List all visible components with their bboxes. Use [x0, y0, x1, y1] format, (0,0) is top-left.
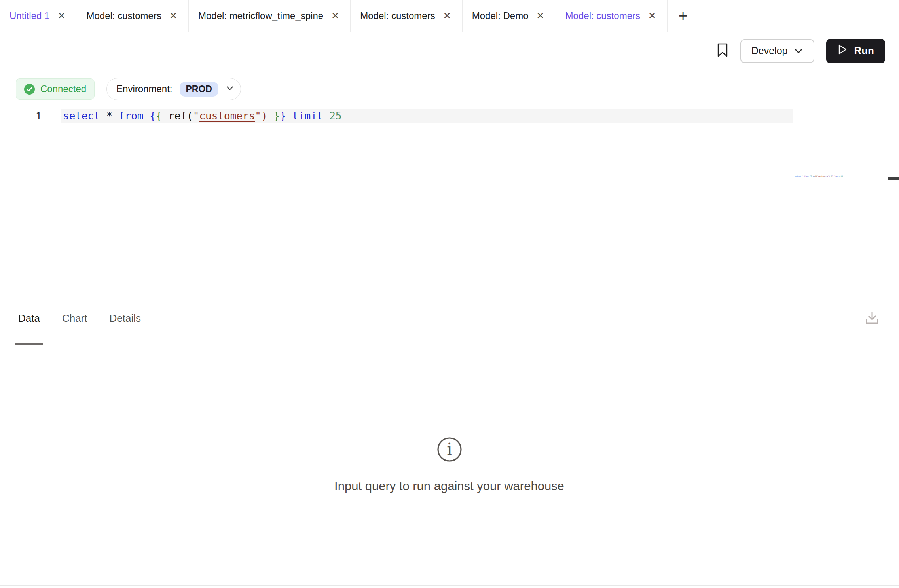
toolbar: Develop Run	[0, 32, 899, 70]
chevron-down-icon	[794, 45, 803, 57]
run-button-label: Run	[854, 45, 874, 57]
code-token: ref(	[813, 175, 817, 177]
code-token: 25	[329, 110, 341, 122]
code-line-1: 1 select * from {{ ref("customers") }} l…	[0, 109, 899, 123]
svg-text:i: i	[447, 440, 452, 459]
chevron-down-icon	[226, 85, 234, 93]
code-token: from	[804, 175, 808, 177]
code-token	[267, 110, 274, 122]
results-tab-bar: DataChartDetails	[0, 292, 899, 344]
line-number-gutter: 1	[0, 109, 61, 123]
code-token[interactable]: customers	[199, 110, 255, 122]
play-icon	[837, 44, 848, 58]
code-token: select	[63, 110, 100, 122]
code-token: 25	[841, 175, 843, 177]
close-icon[interactable]: ✕	[535, 10, 546, 21]
code-token	[100, 110, 106, 122]
code-token	[112, 110, 119, 122]
code-token: "	[255, 110, 261, 122]
editor-tab-label: Untitled 1	[9, 10, 49, 21]
code-token: select	[795, 175, 801, 177]
environment-value-chip: PROD	[180, 82, 218, 97]
connection-status-label: Connected	[40, 83, 86, 95]
develop-button-label: Develop	[751, 45, 788, 57]
new-tab-button[interactable]: +	[668, 0, 698, 32]
editor-tab-label: Model: customers	[87, 10, 161, 21]
editor-tab-label: Model: Demo	[472, 10, 529, 21]
results-tab-details[interactable]: Details	[108, 292, 142, 344]
code-editor: 1 select * from {{ ref("customers") }} l…	[0, 109, 899, 123]
connection-status-badge: Connected	[16, 78, 95, 100]
code-token: from	[119, 110, 144, 122]
editor-scrollbar-thumb[interactable]	[888, 177, 899, 180]
results-tab-data[interactable]: Data	[17, 292, 42, 344]
editor-minimap: select * from {{ ref("customers") }} lim…	[795, 175, 882, 177]
code-token: limit	[292, 110, 323, 122]
editor-status-row: Connected Environment: PROD	[0, 70, 899, 100]
editor-tab-1[interactable]: Model: customers✕	[77, 0, 189, 32]
close-icon[interactable]: ✕	[330, 10, 341, 21]
close-icon[interactable]: ✕	[647, 10, 658, 21]
editor-panel: Connected Environment: PROD 1 select * f…	[0, 70, 899, 292]
results-tab-chart[interactable]: Chart	[61, 292, 89, 344]
download-icon	[863, 309, 881, 328]
editor-tab-0[interactable]: Untitled 1✕	[0, 0, 77, 32]
bookmark-button[interactable]	[717, 43, 728, 59]
check-circle-icon	[24, 84, 35, 95]
editor-tab-3[interactable]: Model: customers✕	[351, 0, 463, 32]
code-token: *	[106, 110, 113, 122]
code-token: }	[273, 110, 280, 122]
code-token: )	[261, 110, 267, 122]
results-panel: i Input query to run against your wareho…	[0, 344, 899, 585]
editor-tab-2[interactable]: Model: metricflow_time_spine✕	[189, 0, 351, 32]
editor-tab-5[interactable]: Model: customers✕	[556, 0, 668, 32]
empty-state-message: Input query to run against your warehous…	[334, 479, 564, 493]
bookmark-icon	[717, 43, 728, 59]
code-token: customers	[818, 175, 828, 177]
bottom-divider	[0, 585, 899, 586]
code-input-line[interactable]: select * from {{ ref("customers") }} lim…	[61, 109, 793, 123]
code-token: limit	[834, 175, 840, 177]
code-token	[162, 110, 168, 122]
environment-label: Environment:	[116, 83, 172, 95]
code-token: "	[193, 110, 199, 122]
close-icon[interactable]: ✕	[56, 10, 67, 21]
develop-button[interactable]: Develop	[740, 39, 815, 63]
editor-tab-bar: Untitled 1✕Model: customers✕Model: metri…	[0, 0, 899, 32]
code-token: ref(	[168, 110, 193, 122]
editor-tab-label: Model: metricflow_time_spine	[198, 10, 323, 21]
code-token: {	[150, 110, 156, 122]
code-token: {	[156, 110, 162, 122]
code-token	[323, 110, 330, 122]
run-button[interactable]: Run	[826, 39, 885, 63]
editor-tab-label: Model: customers	[360, 10, 435, 21]
close-icon[interactable]: ✕	[168, 10, 179, 21]
plus-icon: +	[679, 8, 687, 25]
editor-tab-4[interactable]: Model: Demo✕	[463, 0, 556, 32]
code-token	[286, 110, 292, 122]
code-token: }	[280, 110, 286, 122]
environment-selector[interactable]: Environment: PROD	[106, 78, 241, 100]
editor-tab-label: Model: customers	[565, 10, 640, 21]
info-icon: i	[436, 436, 463, 464]
close-icon[interactable]: ✕	[442, 10, 453, 21]
download-results-button[interactable]	[863, 292, 881, 344]
code-token	[144, 110, 150, 122]
ide-window: Untitled 1✕Model: customers✕Model: metri…	[0, 0, 899, 588]
